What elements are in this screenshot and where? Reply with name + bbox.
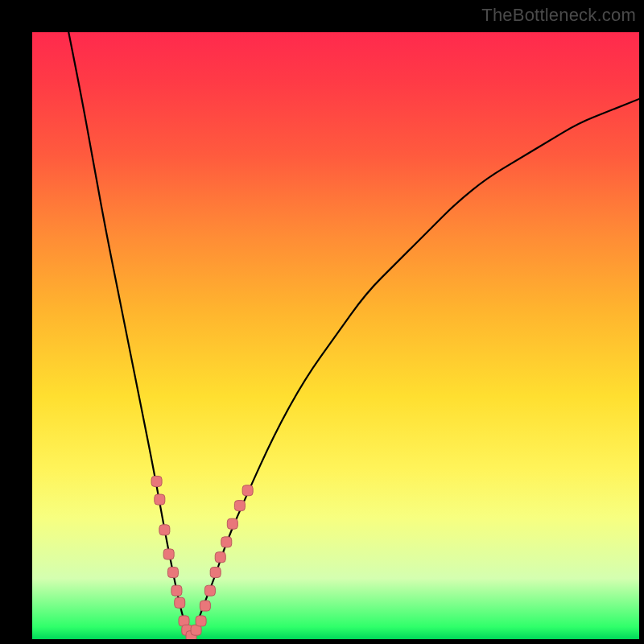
sample-marker: [221, 537, 232, 547]
sample-marker: [196, 616, 206, 626]
sample-marker: [151, 476, 162, 486]
sample-marker: [227, 518, 237, 529]
bottleneck-curve: [68, 32, 639, 635]
bottleneck-chart: [32, 32, 639, 639]
sample-marker: [167, 568, 178, 578]
sample-markers: [151, 476, 253, 639]
sample-marker: [159, 525, 170, 535]
sample-marker: [210, 568, 221, 578]
watermark-text: TheBottleneck.com: [481, 5, 636, 26]
sample-marker: [163, 549, 174, 559]
sample-marker: [200, 601, 210, 611]
plot-area: [32, 32, 639, 639]
sample-marker: [215, 552, 225, 563]
sample-marker: [234, 501, 245, 511]
sample-marker: [175, 597, 185, 608]
sample-marker: [204, 585, 215, 596]
sample-marker: [242, 485, 253, 496]
chart-frame: TheBottleneck.com: [0, 0, 644, 644]
sample-marker: [155, 494, 165, 505]
sample-marker: [171, 585, 182, 596]
